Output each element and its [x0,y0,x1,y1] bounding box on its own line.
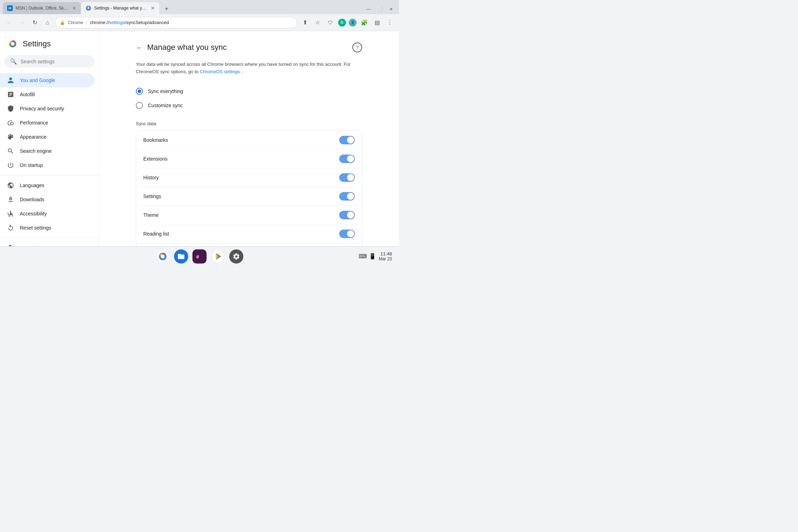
sidebar-toggle-icon[interactable]: ▤ [372,18,382,28]
sidebar-reset-label: Reset settings [20,225,51,231]
history-toggle[interactable] [339,173,355,182]
toolbar-right: ⬆ ☆ 🛡 G 👤 🧩 ▤ ⋮ [300,18,395,28]
history-label: History [143,175,159,180]
search-icon: 🔍 [10,58,17,65]
reading-list-toggle-knob [347,230,354,237]
address-chrome-label: Chrome [68,20,83,25]
sync-item-reading-list: Reading list [136,225,362,243]
sidebar-accessibility-label: Accessibility [20,211,47,216]
share-icon[interactable]: ⬆ [300,18,310,28]
sidebar-item-you-and-google[interactable]: You and Google [0,73,94,87]
bookmarks-toggle-knob [347,137,354,144]
taskbar-play-icon[interactable] [211,249,225,264]
sidebar-item-languages[interactable]: Languages [0,178,94,192]
sync-everything-option[interactable]: Sync everything [136,84,362,98]
sidebar-item-extensions[interactable]: Extensions ↗ [0,241,94,246]
sync-everything-radio-inner [138,89,141,93]
taskbar-date: Mar 23 [379,256,392,261]
customize-sync-option[interactable]: Customize sync [136,98,362,112]
chromeos-settings-link[interactable]: ChromeOS settings [200,69,240,74]
taskbar-chrome-icon[interactable] [156,249,170,264]
browser-content: Settings 🔍 You and Google [0,31,399,246]
menu-icon[interactable]: ⋮ [385,18,395,28]
content-area: ← Manage what you sync ? Your data will … [122,31,376,246]
address-security-icon: 🔒 [60,20,65,25]
home-button[interactable]: ⌂ [42,18,52,28]
profile-icon[interactable]: 👤 [349,19,357,27]
minimize-button[interactable]: — [364,4,374,14]
sync-item-settings: Settings [136,187,362,206]
tab-settings-title: Settings - Manage what you sync [94,6,148,11]
taskbar-slack-icon[interactable]: # [192,249,207,264]
reload-button[interactable]: ↻ [30,18,40,28]
settings-header: Settings [0,31,99,55]
history-toggle-knob [347,174,354,181]
close-window-button[interactable]: ✕ [386,4,396,14]
settings-toggle[interactable] [339,192,355,201]
sidebar-nav: You and Google Autofill Privacy and secu… [0,73,99,246]
sidebar-item-reset-settings[interactable]: Reset settings [0,221,94,235]
description-text: Your data will be synced across all Chro… [136,62,351,74]
bookmarks-label: Bookmarks [143,137,168,143]
back-arrow-icon: ← [136,44,143,52]
article-icon [7,91,14,98]
sidebar-item-on-startup[interactable]: On startup [0,158,94,172]
grammarly-icon[interactable]: G [338,19,346,27]
taskbar: # ⌨ 📱 11:48 Mar 23 [0,246,399,266]
extensions-toggle[interactable] [339,155,355,163]
msn-favicon: M [7,5,13,11]
tab-bar-controls: — ⬜ ✕ [364,4,396,14]
sidebar-privacy-label: Privacy and security [20,106,64,111]
sidebar-item-appearance[interactable]: Appearance [0,130,94,144]
customize-sync-radio[interactable] [136,102,143,109]
maximize-button[interactable]: ⬜ [375,4,385,14]
back-button[interactable]: ← [4,18,14,28]
sidebar-item-accessibility[interactable]: Accessibility [0,207,94,221]
tab-msn-close[interactable]: ✕ [72,5,76,11]
sidebar-item-autofill[interactable]: Autofill [0,87,94,102]
search-bar[interactable]: 🔍 [4,55,94,68]
page-title: Manage what you sync [147,43,227,52]
sync-everything-radio[interactable] [136,88,143,95]
sidebar-item-performance[interactable]: Performance [0,116,94,130]
sidebar: Settings 🔍 You and Google [0,31,99,246]
sidebar-item-search-engine[interactable]: Search engine [0,144,94,158]
tab-settings[interactable]: Settings - Manage what you sync ✕ [81,2,159,14]
extensions-label: Extensions [143,156,167,162]
back-button[interactable]: ← Manage what you sync [136,43,227,52]
tab-msn-title: MSN | Outlook, Office, Skype, Bin... [16,6,69,11]
reading-list-label: Reading list [143,231,169,237]
sync-description: Your data will be synced across all Chro… [136,61,362,76]
bookmarks-toggle[interactable] [339,136,355,144]
taskbar-sys-icons: ⌨ 📱 [359,253,376,260]
sync-options-group: Sync everything Customize sync [136,84,362,112]
address-input[interactable]: 🔒 Chrome | chrome://settings/syncSetup/a… [55,17,297,28]
new-tab-button[interactable]: + [161,4,172,14]
sidebar-appearance-label: Appearance [20,134,47,140]
sync-item-extensions: Extensions [136,150,362,168]
tab-settings-close[interactable]: ✕ [151,5,155,11]
forward-button[interactable]: → [17,18,27,28]
taskbar-settings-icon[interactable] [229,249,243,264]
search-icon [7,148,14,155]
extension-shield-icon[interactable]: 🛡 [325,18,335,28]
taskbar-files-icon[interactable] [174,249,188,264]
sidebar-item-downloads[interactable]: Downloads [0,192,94,207]
chrome-logo [7,38,18,50]
reading-list-toggle[interactable] [339,230,355,238]
tab-msn[interactable]: M MSN | Outlook, Office, Skype, Bin... ✕ [3,2,81,14]
sidebar-item-privacy-security[interactable]: Privacy and security [0,102,94,116]
sidebar-autofill-label: Autofill [20,92,35,97]
sidebar-divider-1 [0,175,99,175]
person-icon [7,77,14,84]
taskbar-time-date: 11:48 Mar 23 [379,251,392,261]
search-input[interactable] [21,59,89,64]
theme-label: Theme [143,212,159,218]
page-header: ← Manage what you sync ? [136,42,362,52]
svg-text:#: # [196,254,199,259]
help-icon[interactable]: ? [352,42,362,52]
customize-sync-label: Customize sync [148,103,183,108]
theme-toggle[interactable] [339,211,355,219]
extensions-puzzle-icon[interactable]: 🧩 [359,18,369,28]
bookmark-icon[interactable]: ☆ [313,18,323,28]
